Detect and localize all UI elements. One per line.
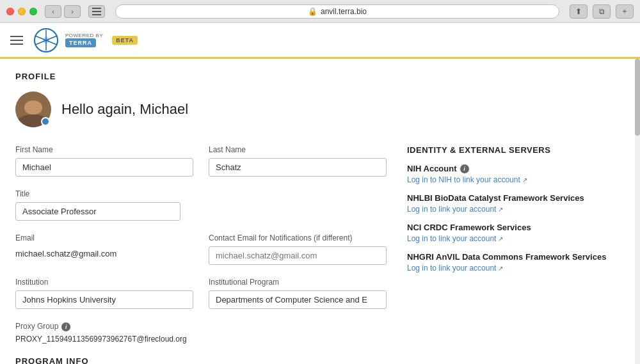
last-name-label: Last Name [209,145,387,154]
identity-title: IDENTITY & EXTERNAL SERVERS [407,145,620,155]
profile-header: Hello again, Michael [15,91,620,127]
nhlbi-item: NHLBI BioData Catalyst Framework Service… [407,193,620,214]
powered-by-area: POWERED BY TERRA [65,33,103,47]
page-wrapper: PROFILE Hello again, Michael First Name [0,59,640,364]
nih-account-item: NIH Account i Log in to NIH to link your… [407,164,620,184]
profile-section-title: PROFILE [15,72,620,81]
title-group: Title [15,189,387,221]
nci-item: NCI CRDC Framework Services Log in to li… [407,223,620,243]
nhgri-item: NHGRI AnVIL Data Commons Framework Servi… [407,252,620,273]
nih-info-icon[interactable]: i [460,164,469,173]
proxy-value: PROXY_11594911356997396276T@firecloud.or… [15,335,387,344]
first-name-group: First Name [15,145,193,177]
external-link-icon: ↗ [522,177,527,184]
nih-account-title: NIH Account i [407,164,620,173]
svg-rect-0 [92,8,101,9]
form-layout: First Name Last Name Title [15,145,620,364]
institution-row: Institution Institutional Program [15,278,387,309]
contact-email-input[interactable] [209,246,387,265]
form-left: First Name Last Name Title [15,145,387,364]
scroll-content[interactable]: PROFILE Hello again, Michael First Name [0,59,640,364]
new-tab-button[interactable]: ⧉ [593,4,611,19]
proxy-section: Proxy Group i PROXY_11594911356997396276… [15,322,387,344]
contact-email-group: Contact Email for Notifications (if diff… [209,233,387,265]
svg-point-7 [43,37,49,44]
program-info-title: PROGRAM INFO [15,356,387,364]
institution-label: Institution [15,278,193,287]
sidebar-toggle-button[interactable] [88,5,105,18]
institutional-program-group: Institutional Program [209,278,387,309]
institution-group: Institution [15,278,193,309]
name-row: First Name Last Name [15,145,387,177]
nhlbi-link-text: Log in to link your account [407,205,496,214]
nhgri-link[interactable]: Log in to link your account ↗ [407,264,620,273]
hamburger-menu[interactable] [10,36,23,45]
beta-badge: BETA [112,36,138,45]
avatar-status-dot [41,117,50,126]
nav-buttons: ‹ › [45,5,81,18]
url-text: anvil.terra.bio [321,7,367,16]
nci-title: NCI CRDC Framework Services [407,223,620,232]
nhgri-title: NHGRI AnVIL Data Commons Framework Servi… [407,252,620,262]
app-header: POWERED BY TERRA BETA [0,23,640,59]
greeting-text: Hello again, Michael [61,101,188,118]
scrollbar[interactable] [635,59,640,364]
window-chrome: ‹ › 🔒 anvil.terra.bio ⬆ ⧉ + [0,0,640,23]
url-bar-actions: ⬆ ⧉ + [570,4,634,19]
powered-by-text: POWERED BY [65,33,103,38]
nhlbi-external-icon: ↗ [498,206,503,213]
nci-link[interactable]: Log in to link your account ↗ [407,234,620,243]
nhlbi-name: NHLBI BioData Catalyst Framework Service… [407,193,584,203]
add-button[interactable]: + [616,4,634,19]
nih-link-text: Log in to NIH to link your account [407,175,520,184]
terra-badge: TERRA [65,38,96,47]
svg-rect-2 [92,14,101,15]
nhlbi-link[interactable]: Log in to link your account ↗ [407,205,620,214]
email-group: Email michael.schatz@gmail.com [15,233,193,265]
first-name-input[interactable] [15,158,193,177]
email-value: michael.schatz@gmail.com [15,246,193,261]
lock-icon: 🔒 [308,7,317,16]
nhgri-external-icon: ↗ [498,265,503,272]
nhgri-name: NHGRI AnVIL Data Commons Framework Servi… [407,252,606,262]
share-button[interactable]: ⬆ [570,4,588,19]
close-button[interactable] [6,8,14,15]
nci-name: NCI CRDC Framework Services [407,223,531,232]
email-label: Email [15,233,193,242]
identity-panel: IDENTITY & EXTERNAL SERVERS NIH Account … [407,145,620,364]
institutional-program-input[interactable] [209,290,387,309]
nci-link-text: Log in to link your account [407,234,496,243]
proxy-info-icon[interactable]: i [61,322,70,331]
logo-area: POWERED BY TERRA BETA [31,28,138,53]
maximize-button[interactable] [29,8,37,15]
nhgri-link-text: Log in to link your account [407,264,496,273]
scrollbar-thumb[interactable] [635,59,640,136]
anvil-logo [31,28,61,53]
nih-account-name: NIH Account [407,164,457,173]
forward-button[interactable]: › [64,5,81,18]
program-info-section: PROGRAM INFO [15,356,387,364]
url-bar[interactable]: 🔒 anvil.terra.bio [115,4,559,19]
nhlbi-title: NHLBI BioData Catalyst Framework Service… [407,193,620,203]
svg-rect-1 [92,11,101,12]
minimize-button[interactable] [18,8,26,15]
traffic-lights [6,8,37,15]
back-button[interactable]: ‹ [45,5,61,18]
avatar-container [15,91,51,127]
last-name-group: Last Name [209,145,387,177]
title-input[interactable] [15,202,180,221]
email-row: Email michael.schatz@gmail.com Contact E… [15,233,387,265]
title-label: Title [15,189,387,198]
main-content: PROFILE Hello again, Michael First Name [0,59,635,364]
proxy-label-row: Proxy Group i [15,322,387,332]
nih-link[interactable]: Log in to NIH to link your account ↗ [407,175,620,184]
title-row: Title [15,189,387,221]
proxy-label: Proxy Group [15,322,58,331]
institutional-program-label: Institutional Program [209,278,387,287]
contact-email-label: Contact Email for Notifications (if diff… [209,233,387,242]
institution-input[interactable] [15,290,193,309]
first-name-label: First Name [15,145,193,154]
last-name-input[interactable] [209,158,387,177]
nci-external-icon: ↗ [498,235,503,242]
